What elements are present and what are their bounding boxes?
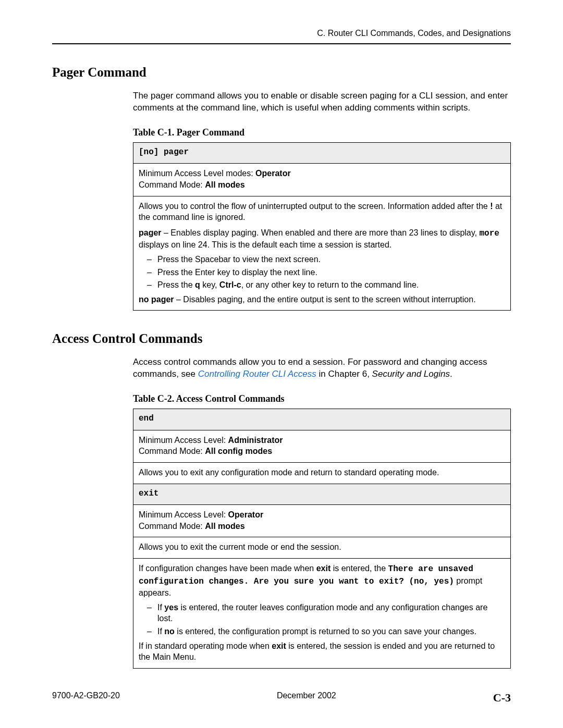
section-body-pager: The pager command allows you to enable o… (133, 90, 511, 311)
no-bold: no (164, 627, 175, 636)
cmd-header-exit: exit (133, 484, 511, 505)
meta-mode-label: Command Mode: (139, 522, 205, 530)
cmd-meta: Minimum Access Level modes: Operator Com… (133, 164, 511, 196)
text: Press the (157, 280, 195, 289)
list-item: If no is entered, the configuration prom… (157, 626, 505, 637)
meta-min-value: Operator (228, 510, 264, 519)
footer: 9700-A2-GB20-20 December 2002 C-3 (52, 691, 511, 705)
text: . (450, 369, 452, 379)
text: , or any other key to return to the comm… (241, 280, 419, 289)
list-item: Press the Enter key to display the next … (157, 267, 505, 278)
exit-bold: exit (316, 564, 331, 573)
exit-list: If yes is entered, the router leaves con… (139, 602, 505, 637)
key-q: q (195, 280, 200, 289)
cmd-description: Allows you to control the flow of uninte… (133, 196, 511, 311)
meta-mode-value: All modes (205, 180, 244, 189)
pager-instructions: Press the Spacebar to view the next scre… (139, 254, 505, 291)
table-caption-1: Table C-1. Pager Command (133, 127, 511, 138)
header-breadcrumb: C. Router CLI Commands, Codes, and Desig… (52, 29, 511, 38)
nopager-desc: – Disables paging, and the entire output… (174, 295, 476, 304)
doc-date: December 2002 (277, 691, 336, 705)
table-caption-2: Table C-2. Access Control Commands (133, 393, 511, 404)
text: is entered, the configuration prompt is … (175, 627, 476, 636)
text: is entered, the router leaves configurat… (157, 603, 487, 623)
exit-meta: Minimum Access Level: Operator Command M… (133, 505, 511, 537)
section-body-access: Access control commands allow you to end… (133, 356, 511, 668)
meta-min-label: Minimum Access Level: (139, 510, 228, 519)
intro-para: The pager command allows you to enable o… (133, 90, 511, 114)
page: C. Router CLI Commands, Codes, and Desig… (0, 0, 563, 728)
pager-desc: – Enables display paging. When enabled a… (162, 228, 480, 237)
page-number: C-3 (493, 691, 511, 705)
nopager-label: no pager (139, 295, 174, 304)
chapter-title: Security and Logins (372, 369, 450, 379)
key-ctrlc: Ctrl-c (219, 280, 241, 289)
list-item: If yes is entered, the router leaves con… (157, 602, 505, 624)
text: key, (200, 280, 219, 289)
more-label: more (479, 229, 499, 238)
meta-mode-label: Command Mode: (139, 180, 205, 189)
meta-min-label: Minimum Access Level modes: (139, 169, 255, 178)
meta-mode-value: All config modes (205, 447, 272, 455)
meta-min-value: Operator (255, 169, 291, 178)
meta-min-label: Minimum Access Level: (139, 436, 228, 445)
text: in Chapter 6, (316, 369, 372, 379)
end-meta: Minimum Access Level: Administrator Comm… (133, 430, 511, 462)
text: is entered, the (331, 564, 388, 573)
header-rule (52, 43, 511, 44)
meta-mode-label: Command Mode: (139, 447, 205, 455)
cmd-header: [no] pager (133, 142, 511, 164)
link-controlling-access[interactable]: Controlling Router CLI Access (198, 369, 316, 379)
pager-label: pager (139, 228, 162, 237)
meta-mode-value: All modes (205, 522, 244, 530)
cmd-header-end: end (133, 409, 511, 430)
yes-bold: yes (164, 603, 178, 612)
exit-desc1: Allows you to exit the current mode or e… (133, 537, 511, 559)
table-access-commands: end Minimum Access Level: Administrator … (133, 409, 511, 669)
list-item: Press the q key, Ctrl-c, or any other ke… (157, 279, 505, 291)
section-title-access: Access Control Commands (52, 331, 511, 346)
pager-desc: displays on line 24. This is the default… (139, 240, 391, 249)
text: If (157, 627, 164, 636)
end-desc: Allows you to exit any configuration mod… (133, 463, 511, 484)
text: If in standard operating mode when (139, 641, 272, 650)
section-title-pager: Pager Command (52, 65, 511, 80)
table-pager-command: [no] pager Minimum Access Level modes: O… (133, 142, 511, 311)
desc-text: Allows you to control the flow of uninte… (139, 202, 490, 211)
exit-bold: exit (272, 641, 286, 650)
text: If (157, 603, 164, 612)
list-item: Press the Spacebar to view the next scre… (157, 254, 505, 265)
doc-number: 9700-A2-GB20-20 (52, 691, 120, 705)
intro-para: Access control commands allow you to end… (133, 356, 511, 380)
meta-min-value: Administrator (228, 436, 283, 445)
exit-details: If configuration changes have been made … (133, 559, 511, 669)
text: If configuration changes have been made … (139, 564, 316, 573)
